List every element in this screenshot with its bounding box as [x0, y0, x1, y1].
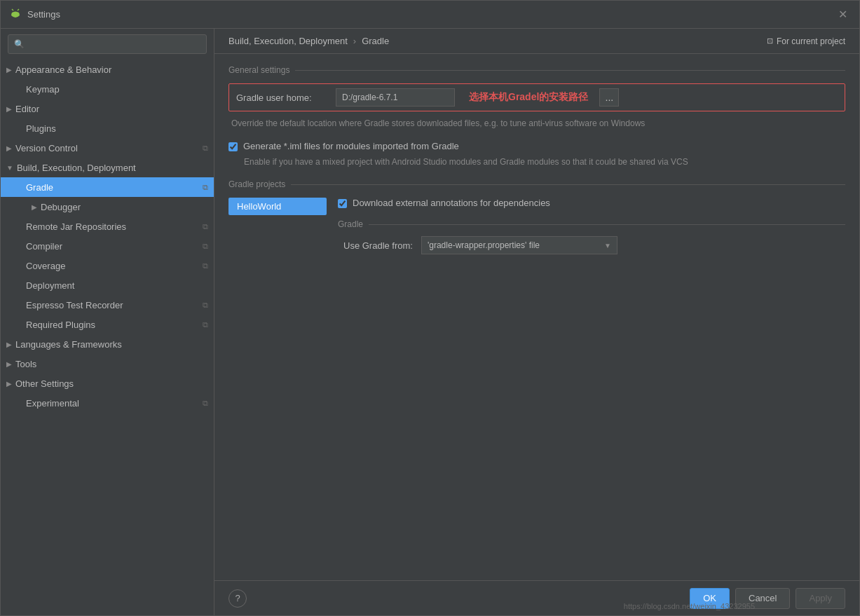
sidebar-item-appearance[interactable]: ▶ Appearance & Behavior [1, 60, 214, 79]
sidebar-item-languages[interactable]: ▶ Languages & Frameworks [1, 334, 214, 354]
sidebar-item-label: Keymap [26, 84, 60, 95]
sidebar-item-label: Compiler [26, 241, 62, 252]
sidebar-item-required-plugins[interactable]: Required Plugins ⧉ [1, 315, 214, 334]
copy-icon: ⧉ [203, 222, 208, 231]
project-icon: ⊡ [767, 36, 773, 46]
copy-icon: ⧉ [203, 301, 208, 310]
project-settings: Download external annotations for depend… [338, 198, 845, 254]
arrow-icon: ▶ [6, 360, 12, 368]
arrow-icon: ▶ [6, 144, 12, 152]
copy-icon: ⧉ [203, 242, 208, 251]
sidebar-item-espresso[interactable]: Espresso Test Recorder ⧉ [1, 295, 214, 315]
main-panel: Build, Execution, Deployment › Gradle ⊡ … [214, 29, 859, 615]
download-annotations-checkbox[interactable] [338, 199, 347, 208]
sidebar-item-build[interactable]: ▼ Build, Execution, Deployment [1, 158, 214, 177]
sidebar-item-label: Version Control [15, 143, 78, 153]
annotation-text: 选择本机Gradel的安装路径 [469, 91, 588, 104]
copy-icon: ⧉ [203, 183, 208, 192]
project-list: HelloWorld [228, 198, 327, 254]
gradle-home-label: Gradle user home: [236, 93, 327, 103]
sidebar-item-label: Required Plugins [26, 320, 95, 330]
sidebar-item-experimental[interactable]: Experimental ⧉ [1, 393, 214, 413]
sidebar: 🔍 ▶ Appearance & Behavior Keymap ▶ Edito… [1, 29, 214, 615]
arrow-icon: ▶ [6, 105, 12, 113]
project-label: For current project [777, 36, 845, 46]
sidebar-item-label: Languages & Frameworks [15, 339, 122, 350]
svg-line-3 [18, 9, 19, 11]
apply-button[interactable]: Apply [796, 588, 845, 609]
gradle-from-dropdown[interactable]: 'gradle-wrapper.properties' file ▼ [421, 236, 617, 254]
sidebar-item-keymap[interactable]: Keymap [1, 79, 214, 99]
sidebar-item-coverage[interactable]: Coverage ⧉ [1, 256, 214, 275]
sidebar-item-editor[interactable]: ▶ Editor [1, 99, 214, 118]
breadcrumb: Build, Execution, Deployment › Gradle ⊡ … [214, 29, 859, 54]
browse-button[interactable]: ... [599, 88, 619, 107]
gradle-projects-row: HelloWorld Download external annotations… [228, 198, 845, 254]
sidebar-item-other-settings[interactable]: ▶ Other Settings [1, 374, 214, 393]
gradle-home-input[interactable]: D:/gradle-6.7.1 [336, 88, 455, 107]
sidebar-item-label: Appearance & Behavior [15, 64, 111, 75]
generate-iml-label[interactable]: Generate *.iml files for modules importe… [243, 141, 459, 151]
gradle-projects-section: Gradle projects [228, 179, 845, 189]
sidebar-item-label: Gradle [26, 182, 53, 193]
section-title-text: General settings [228, 65, 289, 75]
sidebar-item-label: Coverage [26, 261, 65, 271]
sidebar-item-label: Remote Jar Repositories [26, 221, 126, 232]
gradle-user-home-row: Gradle user home: D:/gradle-6.7.1 选择本机Gr… [228, 83, 845, 111]
android-icon [9, 8, 22, 21]
sidebar-item-plugins[interactable]: Plugins [1, 118, 214, 138]
sidebar-item-label: Espresso Test Recorder [26, 300, 123, 310]
copy-icon: ⧉ [203, 320, 208, 329]
copy-icon: ⧉ [203, 399, 208, 408]
sidebar-item-label: Other Settings [15, 378, 74, 389]
sidebar-item-deployment[interactable]: Deployment [1, 275, 214, 295]
help-button[interactable]: ? [228, 589, 247, 608]
download-annotations-label[interactable]: Download external annotations for depend… [353, 198, 550, 208]
breadcrumb-separator: › [353, 36, 356, 46]
section-title-text: Gradle projects [228, 179, 285, 189]
general-settings-section: General settings [228, 65, 845, 75]
generate-iml-checkbox[interactable] [228, 142, 238, 151]
sidebar-item-label: Editor [15, 104, 39, 114]
watermark: https://blog.csdn.net/weixin_43232955 [624, 602, 755, 610]
breadcrumb-parent[interactable]: Build, Execution, Deployment [228, 36, 348, 46]
gradle-subsection-title: Gradle [338, 219, 845, 229]
generate-iml-row: Generate *.iml files for modules importe… [228, 141, 845, 151]
chevron-down-icon: ▼ [604, 242, 611, 249]
sidebar-item-label: Plugins [26, 123, 56, 134]
arrow-icon: ▶ [6, 341, 12, 348]
search-icon: 🔍 [14, 39, 25, 49]
arrow-icon: ▶ [6, 66, 12, 74]
download-annotations-row: Download external annotations for depend… [338, 198, 845, 208]
sidebar-item-debugger[interactable]: ▶ Debugger [1, 197, 214, 217]
close-button[interactable]: ✕ [834, 6, 851, 23]
sidebar-item-label: Debugger [41, 202, 81, 212]
sidebar-item-compiler[interactable]: Compiler ⧉ [1, 236, 214, 256]
sidebar-item-version-control[interactable]: ▶ Version Control ⧉ [1, 138, 214, 158]
sidebar-item-tools[interactable]: ▶ Tools [1, 354, 214, 374]
sidebar-item-remote-jar[interactable]: Remote Jar Repositories ⧉ [1, 217, 214, 236]
sidebar-item-label: Build, Execution, Deployment [17, 163, 136, 173]
copy-icon: ⧉ [203, 144, 208, 153]
sidebar-item-gradle[interactable]: Gradle ⧉ [1, 177, 214, 197]
sidebar-item-label: Experimental [26, 398, 79, 409]
project-list-item[interactable]: HelloWorld [228, 198, 327, 215]
project-indicator: ⊡ For current project [767, 36, 845, 46]
use-gradle-label: Use Gradle from: [343, 240, 413, 251]
sidebar-item-label: Deployment [26, 280, 74, 291]
window-title: Settings [27, 9, 60, 20]
search-input[interactable] [28, 39, 200, 49]
arrow-icon: ▶ [32, 203, 37, 211]
generate-iml-hint: Enable if you have a mixed project with … [228, 156, 845, 168]
use-gradle-row: Use Gradle from: 'gradle-wrapper.propert… [338, 236, 845, 254]
arrow-icon: ▶ [6, 380, 12, 388]
svg-line-2 [12, 9, 13, 11]
gradle-home-hint: Override the default location where Grad… [228, 117, 845, 130]
sidebar-item-label: Tools [15, 359, 36, 369]
arrow-down-icon: ▼ [6, 164, 13, 172]
bottom-bar: ? OK Cancel Apply [214, 580, 859, 615]
breadcrumb-current: Gradle [362, 36, 389, 46]
copy-icon: ⧉ [203, 261, 208, 271]
